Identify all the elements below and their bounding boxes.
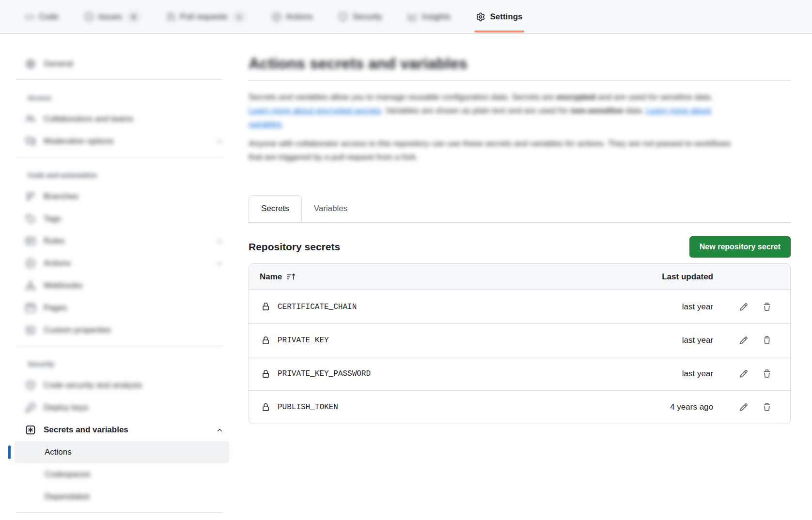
sidebar-item-label: Deploy keys	[44, 402, 89, 413]
trash-icon	[763, 303, 771, 311]
id-badge-icon	[26, 325, 35, 335]
delete-secret-button[interactable]	[763, 336, 771, 345]
key-icon	[26, 403, 35, 413]
sidebar-item-secrets-codespaces[interactable]: Codespaces	[15, 463, 229, 486]
divider	[16, 346, 223, 346]
edit-secret-button[interactable]	[739, 403, 748, 412]
intro-bold-non-sensitive: non-sensitive	[570, 106, 624, 115]
sidebar-item-custom-properties[interactable]: Custom properties	[15, 319, 229, 341]
lock-icon	[262, 303, 270, 311]
divider	[16, 512, 223, 513]
settings-content: Actions secrets and variables Secrets an…	[234, 34, 812, 424]
tab-issues-label: Issues	[98, 12, 122, 22]
people-icon	[26, 114, 35, 124]
sidebar-item-collaborators[interactable]: Collaborators and teams	[15, 108, 229, 130]
intro-paragraph-1: Secrets and variables allow you to manag…	[249, 91, 735, 131]
chevron-down-icon	[216, 260, 223, 267]
secret-name: PUBLISH_TOKEN	[278, 403, 338, 412]
edit-secret-button[interactable]	[739, 369, 748, 378]
last-updated-cell: last year	[650, 302, 713, 312]
sidebar-item-moderation-options[interactable]: Moderation options	[15, 130, 229, 153]
row-actions	[713, 303, 790, 311]
chevron-down-icon	[216, 238, 223, 245]
row-actions	[713, 369, 790, 378]
pull-requests-count-badge: 1	[233, 12, 246, 22]
tab-variables[interactable]: Variables	[302, 195, 360, 222]
settings-sidebar: General Access Collaborators and teams M…	[0, 34, 234, 517]
tab-actions[interactable]: Actions	[265, 0, 321, 33]
column-header-name[interactable]: Name	[249, 272, 650, 282]
secrets-table: Name Last updated CERTIFICATE_CHAIN last…	[249, 263, 791, 424]
git-branch-icon	[26, 192, 35, 201]
sidebar-section-security: Security	[15, 351, 229, 374]
intro-text: Secrets and variables allow you to manag…	[249, 92, 556, 102]
play-icon	[272, 13, 281, 21]
repo-nav: Code Issues 8 Pull requests 1 Actions Se…	[0, 0, 812, 34]
sidebar-item-webhooks[interactable]: Webhooks	[15, 275, 229, 297]
tab-settings[interactable]: Settings	[468, 0, 530, 33]
tab-security[interactable]: Security	[331, 0, 390, 33]
edit-secret-button[interactable]	[739, 336, 748, 345]
sidebar-item-label: Code security and analysis	[44, 380, 142, 391]
sidebar-item-label: Actions	[44, 258, 71, 269]
row-actions	[713, 403, 790, 412]
table-row: PRIVATE_KEY_PASSWORD last year	[249, 357, 790, 390]
play-icon	[26, 259, 35, 268]
tab-pull-requests[interactable]: Pull requests 1	[159, 0, 254, 33]
last-updated-cell: 4 years ago	[650, 402, 713, 412]
divider	[16, 79, 223, 80]
browser-icon	[26, 303, 35, 313]
sidebar-item-deploy-keys[interactable]: Deploy keys	[15, 397, 229, 419]
intro-bold-encrypted: encrypted	[556, 92, 595, 102]
sidebar-item-rules[interactable]: Rules	[15, 230, 229, 252]
divider	[249, 80, 791, 81]
lock-icon	[262, 336, 270, 345]
shield-lock-icon	[26, 381, 35, 390]
sidebar-item-branches[interactable]: Branches	[15, 185, 229, 208]
sidebar-item-code-security[interactable]: Code security and analysis	[15, 374, 229, 397]
intro-paragraph-2: Anyone with collaborator access to this …	[249, 137, 735, 164]
repository-secrets-title: Repository secrets	[249, 241, 340, 253]
issue-opened-icon	[85, 13, 94, 21]
tab-issues[interactable]: Issues 8	[77, 0, 148, 33]
tab-secrets[interactable]: Secrets	[249, 195, 302, 222]
sidebar-item-label: Custom properties	[44, 324, 111, 336]
tab-insights[interactable]: Insights	[401, 0, 458, 33]
sidebar-item-general[interactable]: General	[15, 53, 229, 75]
tab-settings-label: Settings	[490, 12, 522, 22]
sort-ascending-icon	[287, 273, 295, 281]
sidebar-section-access: Access	[15, 84, 229, 108]
tab-pull-requests-label: Pull requests	[180, 12, 228, 22]
sidebar-item-actions[interactable]: Actions	[15, 252, 229, 275]
divider	[16, 157, 223, 157]
tab-actions-label: Actions	[286, 12, 313, 22]
table-row: PUBLISH_TOKEN 4 years ago	[249, 390, 790, 424]
comment-discussion-icon	[26, 137, 35, 146]
secret-name-cell: PRIVATE_KEY_PASSWORD	[249, 369, 650, 378]
last-updated-cell: last year	[650, 336, 713, 345]
sidebar-item-secrets-dependabot[interactable]: Dependabot	[15, 486, 229, 508]
trash-icon	[763, 336, 771, 345]
row-actions	[713, 336, 790, 345]
secrets-variables-tabnav: Secrets Variables	[249, 195, 791, 223]
new-repository-secret-button[interactable]: New repository secret	[689, 236, 791, 258]
secret-name: CERTIFICATE_CHAIN	[278, 303, 357, 311]
tab-code[interactable]: Code	[17, 0, 66, 33]
sidebar-item-label: Pages	[44, 302, 67, 314]
delete-secret-button[interactable]	[763, 403, 771, 412]
edit-secret-button[interactable]	[739, 303, 748, 311]
delete-secret-button[interactable]	[763, 303, 771, 311]
sidebar-item-pages[interactable]: Pages	[15, 297, 229, 319]
sidebar-item-secrets-and-variables[interactable]: Secrets and variables	[15, 419, 229, 441]
sidebar-item-secrets-actions[interactable]: Actions	[15, 441, 229, 463]
link-learn-encrypted-secrets[interactable]: Learn more about encrypted secrets	[249, 106, 381, 115]
column-header-last-updated: Last updated	[650, 272, 713, 282]
delete-secret-button[interactable]	[763, 369, 771, 378]
sidebar-item-tags[interactable]: Tags	[15, 208, 229, 230]
code-icon	[25, 13, 34, 21]
sidebar-item-label: Rules	[44, 235, 64, 247]
pencil-icon	[739, 403, 748, 412]
tab-security-label: Security	[352, 12, 382, 22]
gear-icon	[476, 13, 485, 21]
trash-icon	[763, 369, 771, 378]
